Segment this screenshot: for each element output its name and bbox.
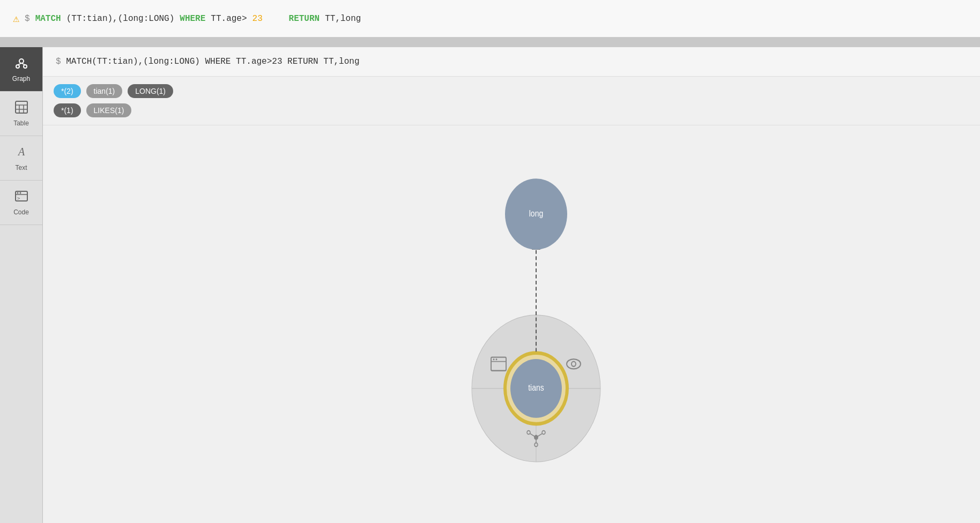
top-query-age: TT.age> [211,14,247,24]
graph-icon [14,56,28,73]
svg-text:A: A [17,146,25,158]
content-query-bar: $ MATCH(TT:tian),(long:LONG) WHERE TT.ag… [43,47,980,77]
svg-point-1 [16,65,19,68]
svg-line-3 [18,63,21,65]
svg-point-35 [505,178,567,249]
tag-tian-1[interactable]: tian(1) [86,84,123,98]
svg-point-14 [19,192,21,194]
filter-row-1: *(2) tian(1) LONG(1) [54,84,969,98]
top-kw-where: WHERE [180,14,205,24]
sidebar-text-label: Text [15,164,27,171]
main-area: Graph Table A Text [0,47,980,523]
filter-area: *(2) tian(1) LONG(1) *(1) LIKES(1) [43,77,980,125]
sidebar-item-table[interactable]: Table [0,92,42,136]
tag-all-2[interactable]: *(2) [54,84,81,98]
code-icon: >_ [14,189,28,206]
sidebar-graph-label: Graph [12,75,30,83]
tag-likes-1[interactable]: LIKES(1) [86,103,132,117]
svg-point-0 [19,59,24,63]
top-query-return: TT,long [325,14,361,24]
svg-text:>_: >_ [17,196,23,201]
table-icon [14,100,28,117]
tag-long-1[interactable]: LONG(1) [128,84,173,98]
svg-rect-5 [16,101,27,113]
svg-point-33 [510,359,562,418]
top-kw-num: 23 [253,14,263,24]
content-area: $ MATCH(TT:tian),(long:LONG) WHERE TT.ag… [43,47,980,523]
filter-row-2: *(1) LIKES(1) [54,103,969,117]
svg-point-22 [496,358,498,360]
sidebar-item-code[interactable]: >_ Code [0,181,42,225]
sidebar-code-label: Code [13,208,29,216]
content-query-text: MATCH(TT:tian),(long:LONG) WHERE TT.age>… [66,57,359,66]
sidebar-table-label: Table [13,119,29,127]
graph-canvas: tians long [43,125,980,523]
svg-point-21 [493,358,495,360]
top-query-params: (TT:tian),(long:LONG) [66,14,175,24]
top-bar: ⚠ $ MATCH (TT:tian),(long:LONG) WHERE TT… [0,0,980,38]
top-query-space [268,14,284,24]
sidebar-item-graph[interactable]: Graph [0,47,42,92]
graph-svg: tians long [43,125,980,523]
sidebar-item-text[interactable]: A Text [0,136,42,181]
svg-point-2 [24,65,27,68]
svg-line-4 [21,63,25,65]
svg-point-13 [17,192,18,194]
text-icon: A [14,145,28,162]
sidebar: Graph Table A Text [0,47,43,523]
separator [0,38,980,47]
top-kw-return: RETURN [289,14,320,24]
content-dollar: $ [56,57,61,66]
tag-all-1[interactable]: *(1) [54,103,81,117]
warning-icon: ⚠ [13,12,19,25]
top-kw-match: MATCH [35,14,61,24]
top-dollar: $ [25,14,30,24]
